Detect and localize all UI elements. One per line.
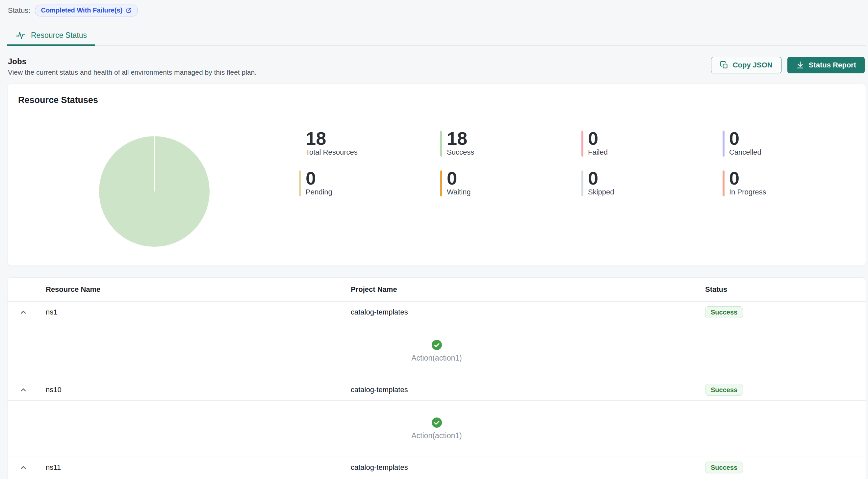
stat-skipped: 0 Skipped — [581, 170, 722, 196]
toolbar-actions: Copy JSON Status Report — [711, 57, 865, 73]
stat-label: Waiting — [447, 188, 471, 196]
check-circle-icon — [432, 417, 442, 428]
expanded-row: Action(action1) — [7, 323, 866, 379]
resource-name-cell: ns1 — [46, 308, 351, 317]
stat-value: 0 — [729, 170, 766, 186]
status-badge-success: Success — [705, 461, 743, 473]
table-row[interactable]: ns1 catalog-templates Success — [7, 302, 866, 323]
pie-chart — [99, 136, 210, 247]
download-icon — [796, 61, 805, 69]
copy-json-button[interactable]: Copy JSON — [711, 57, 781, 73]
tab-resource-status[interactable]: Resource Status — [7, 28, 95, 46]
stat-label: Failed — [588, 148, 608, 157]
action-label: Action(action1) — [411, 354, 462, 362]
stat-pending: 0 Pending — [299, 170, 440, 196]
stats-grid: 18 Total Resources 18 Success 0 Failed 0… — [299, 131, 864, 196]
jobs-header: Jobs View the current status and health … — [8, 57, 257, 76]
card-title: Resource Statuses — [18, 95, 98, 105]
stat-success: 18 Success — [440, 131, 581, 157]
stat-label: Total Resources — [306, 148, 358, 157]
status-badge-label: Completed With Failure(s) — [41, 7, 122, 14]
collapse-toggle[interactable] — [20, 464, 27, 472]
table-row[interactable]: ns10 catalog-templates Success — [7, 379, 866, 401]
copy-icon — [720, 61, 728, 69]
stat-accent-bar — [299, 131, 301, 157]
collapse-toggle[interactable] — [20, 386, 27, 394]
resource-name-cell: ns11 — [46, 463, 351, 472]
stat-cancelled: 0 Cancelled — [722, 131, 864, 157]
check-circle-icon — [432, 340, 442, 350]
stat-label: Success — [447, 148, 474, 157]
status-label: Status: — [8, 6, 30, 15]
stat-label: Cancelled — [729, 148, 762, 157]
chevron-up-icon — [20, 468, 27, 472]
chevron-up-icon — [20, 390, 27, 395]
stat-value: 0 — [306, 170, 332, 186]
stat-value: 0 — [588, 131, 608, 147]
column-header-resource-name: Resource Name — [46, 285, 351, 294]
column-header-project-name: Project Name — [351, 285, 705, 294]
stat-value: 0 — [447, 170, 471, 186]
stat-accent-bar — [722, 131, 724, 157]
stat-accent-bar — [581, 131, 583, 157]
status-report-label: Status Report — [809, 61, 856, 69]
stat-accent-bar — [299, 170, 301, 196]
stat-failed: 0 Failed — [581, 131, 722, 157]
tab-bar: Resource Status — [7, 28, 866, 46]
table-header: Resource Name Project Name Status — [7, 278, 866, 302]
action-label: Action(action1) — [411, 431, 462, 440]
project-name-cell: catalog-templates — [351, 386, 705, 394]
copy-json-label: Copy JSON — [733, 61, 773, 69]
stat-label: Pending — [306, 188, 332, 196]
stat-value: 0 — [588, 170, 614, 186]
project-name-cell: catalog-templates — [351, 463, 705, 472]
status-line: Status: Completed With Failure(s) — [0, 0, 868, 17]
resource-name-cell: ns10 — [46, 386, 351, 394]
stat-accent-bar — [440, 170, 442, 196]
stat-value: 18 — [306, 131, 358, 147]
jobs-description: View the current status and health of al… — [8, 68, 257, 76]
stat-total-resources: 18 Total Resources — [299, 131, 440, 157]
chevron-up-icon — [20, 312, 27, 317]
collapse-toggle[interactable] — [20, 308, 27, 316]
stat-waiting: 0 Waiting — [440, 170, 581, 196]
stat-accent-bar — [722, 170, 724, 196]
page-head: Jobs View the current status and health … — [8, 57, 865, 76]
tab-label: Resource Status — [31, 31, 87, 40]
stat-accent-bar — [440, 131, 442, 157]
status-badge[interactable]: Completed With Failure(s) — [35, 5, 138, 17]
expanded-row: Action(action1) — [7, 401, 866, 457]
external-link-icon — [126, 7, 132, 13]
resource-statuses-card: Resource Statuses 18 Total Resources 18 … — [7, 84, 866, 266]
stat-value: 0 — [729, 131, 762, 147]
column-header-status: Status — [705, 285, 866, 294]
status-badge-success: Success — [705, 384, 743, 396]
table-row[interactable]: ns11 catalog-templates Success — [7, 457, 866, 478]
status-badge-success: Success — [705, 306, 743, 318]
stat-label: In Progress — [729, 188, 766, 196]
project-name-cell: catalog-templates — [351, 308, 705, 317]
stat-value: 18 — [447, 131, 474, 147]
stat-in-progress: 0 In Progress — [722, 170, 864, 196]
activity-icon — [16, 30, 26, 40]
stat-label: Skipped — [588, 188, 614, 196]
jobs-title: Jobs — [8, 57, 257, 66]
status-report-button[interactable]: Status Report — [787, 57, 865, 73]
resources-table: Resource Name Project Name Status ns1 ca… — [7, 277, 866, 479]
stat-accent-bar — [581, 170, 583, 196]
